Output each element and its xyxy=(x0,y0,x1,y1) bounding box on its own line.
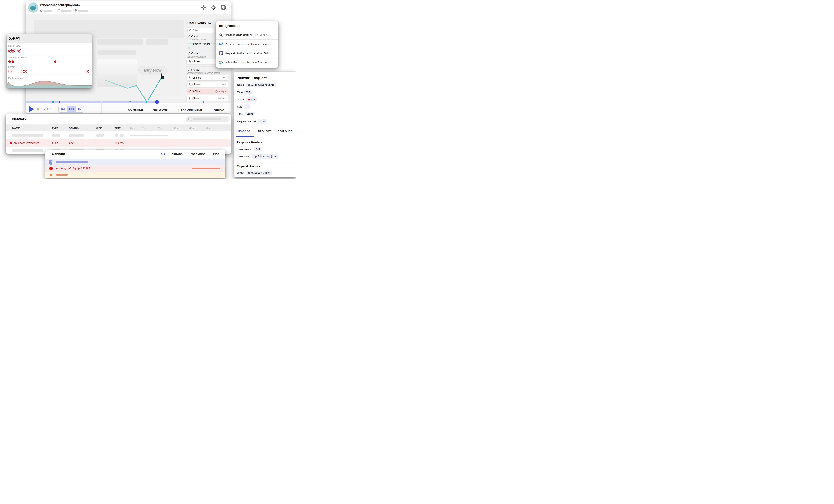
network-request-panel: Network Request Name api.ecom.xyz/search… xyxy=(234,72,296,177)
time-to-render-label: Time to Render xyxy=(193,42,210,45)
integrations-title: Integrations xyxy=(219,24,240,28)
integration-detail: Non-Error... xyxy=(254,34,271,36)
error-exclamation-icon[interactable] xyxy=(85,70,89,74)
console-info-row[interactable]: i xyxy=(45,159,225,166)
field-label: Time xyxy=(237,112,243,115)
integration-row-datadog[interactable]: Request failed with status 500 xyxy=(216,49,278,58)
console-error-row[interactable]: ! ecom.xyz/a213qh.js:123987 xyxy=(45,166,225,172)
tab-errors[interactable]: ERRORS xyxy=(172,153,183,156)
event-visited[interactable]: Visited xyxy=(187,52,200,55)
warning-icon xyxy=(49,173,53,176)
tab-response[interactable]: RESPONSE xyxy=(278,130,292,133)
xray-header: X-RAY xyxy=(7,34,92,43)
timescale-20ms: 20ms xyxy=(157,126,163,130)
cell-time: 119 ms xyxy=(114,141,124,145)
network-error-dot[interactable] xyxy=(54,60,57,63)
timeline-track[interactable] xyxy=(157,101,231,103)
col-time[interactable]: TIME xyxy=(114,127,120,130)
console-warning-row[interactable] xyxy=(45,172,225,178)
hand-pointer-icon xyxy=(189,60,191,63)
cell-type: XHR xyxy=(52,141,58,145)
timeline-event-tick[interactable] xyxy=(59,101,60,103)
event-visited[interactable]: Visited xyxy=(187,68,200,71)
tab-request[interactable]: REQUEST xyxy=(258,130,271,133)
location-skeleton xyxy=(78,10,88,12)
table-row-error[interactable]: api.ecom.xyz/search XHR 422 -- 119 ms xyxy=(6,139,231,147)
event-path: /category/wearable/watch-details xyxy=(187,72,220,74)
col-type[interactable]: TYPE xyxy=(52,127,59,130)
integration-row-sentry[interactable]: UnhandledRejection: Non-Error... xyxy=(216,30,278,39)
timescale-10ms: 10ms xyxy=(141,126,147,130)
network-search-input[interactable] xyxy=(186,116,229,122)
field-label: accept xyxy=(237,171,244,174)
timeline-doc-marker[interactable] xyxy=(146,101,147,103)
network-error-dot[interactable] xyxy=(12,60,14,63)
network-error-dot[interactable] xyxy=(8,60,11,63)
play-button[interactable] xyxy=(29,106,34,112)
slack-icon[interactable] xyxy=(201,5,206,10)
accept-row: accept application/json xyxy=(237,171,272,175)
playhead[interactable] xyxy=(155,100,159,104)
error-icon: ! xyxy=(49,167,53,170)
rage-face-icon[interactable] xyxy=(17,49,21,53)
timescale-30ms: 30ms xyxy=(173,126,179,130)
request-time-value: 119ms xyxy=(245,112,255,116)
request-time-row: Time 119ms xyxy=(237,112,255,116)
timeline-doc-marker[interactable] xyxy=(52,101,54,103)
event-visited[interactable]: Visited xyxy=(187,35,200,38)
render-timing-dot xyxy=(188,47,190,49)
app-stage: rebecca@openreplay.com Buy Now xyxy=(0,0,296,179)
tab-warnings[interactable]: WARNINGS xyxy=(192,153,205,156)
event-rage-click-card[interactable]: 3 Clicks Quantity + xyxy=(186,89,228,94)
event-clicked-card[interactable]: Clicked Size xyxy=(186,75,228,80)
skip-controls: 10s xyxy=(59,106,84,113)
skip-interval-value[interactable]: 10s xyxy=(67,106,76,112)
integration-row-rollbar[interactable]: Permission denied to access pro... xyxy=(216,39,278,49)
event-clicked-card[interactable]: Clicked Buy Now xyxy=(186,95,228,101)
error-exclamation-icon[interactable] xyxy=(24,70,27,74)
error-exclamation-icon[interactable] xyxy=(8,70,12,74)
log-skeleton xyxy=(192,168,220,169)
user-events-title: User Events xyxy=(187,21,206,25)
tab-info[interactable]: INFO xyxy=(213,153,219,156)
timeline-event-tick[interactable] xyxy=(144,101,144,103)
console-panel: Console ALL ERRORS WARNINGS INFO i ! eco… xyxy=(45,150,225,178)
skeleton-bar xyxy=(97,39,144,45)
col-name[interactable]: NAME xyxy=(12,127,20,130)
timeline-event-tick[interactable] xyxy=(93,101,93,103)
timescale-40ms: 40ms xyxy=(190,126,195,130)
skip-back-button[interactable] xyxy=(59,106,67,112)
timeline-doc-marker[interactable] xyxy=(203,101,204,103)
jira-icon[interactable] xyxy=(210,4,216,10)
timeline-quote-marker[interactable] xyxy=(129,101,131,103)
tab-performance[interactable]: PERFORMANCE xyxy=(178,108,202,111)
events-filter-input[interactable]: Filter xyxy=(187,27,215,33)
tab-network[interactable]: NETWORK xyxy=(153,108,168,111)
skip-forward-button[interactable] xyxy=(76,106,84,112)
integration-row-elastic[interactable]: Unhandledrejection handler rece.. xyxy=(216,58,278,67)
request-method-value: POST xyxy=(258,119,267,124)
rage-face-icon[interactable] xyxy=(11,49,15,53)
clock-icon xyxy=(40,9,43,12)
datadog-icon xyxy=(219,51,223,56)
timeline-progress[interactable] xyxy=(26,101,157,103)
request-size-value: -- xyxy=(244,105,250,109)
table-row-skeleton[interactable] xyxy=(6,131,231,139)
content-length-row: content-length 642 xyxy=(237,147,262,151)
tab-console[interactable]: CONSOLE xyxy=(128,108,143,111)
browser-icon xyxy=(57,9,60,12)
session-header: rebecca@openreplay.com xyxy=(26,1,231,14)
tab-headers[interactable]: HEADERS xyxy=(237,130,250,133)
event-path: /category/wearable xyxy=(187,56,206,58)
skeleton-bar xyxy=(146,39,168,45)
tab-all[interactable]: ALL xyxy=(161,153,166,156)
col-status[interactable]: STATUS xyxy=(69,127,79,130)
timeline-event-tick[interactable] xyxy=(48,101,48,103)
tab-redux[interactable]: REDUX xyxy=(214,108,224,111)
event-clicked-card[interactable]: Clicked Color xyxy=(186,82,228,87)
skeleton-bar xyxy=(98,50,136,55)
col-size[interactable]: SIZE xyxy=(96,127,102,130)
github-icon[interactable] xyxy=(220,4,226,10)
request-status-row: Status 422 xyxy=(237,97,257,102)
error-source: ecom.xyz/a213qh.js:123987 xyxy=(56,167,90,170)
